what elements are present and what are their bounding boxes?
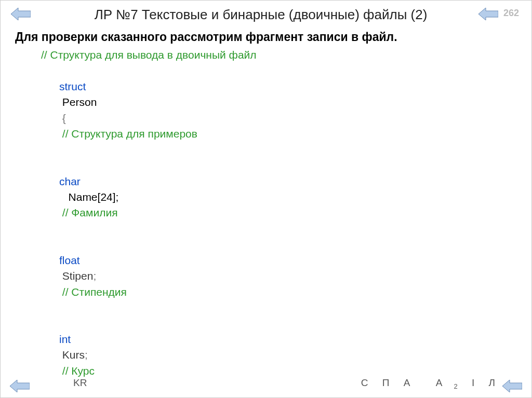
code-keyword: char xyxy=(59,175,81,187)
arrow-left-icon[interactable] xyxy=(11,8,31,20)
code-keyword: struct xyxy=(59,80,86,92)
footer-right: С П А А2 I Л xyxy=(350,377,495,390)
footer-link-c[interactable]: С xyxy=(361,377,368,388)
arrow-left-icon[interactable] xyxy=(478,8,498,20)
code-comment: // Фамилия xyxy=(62,207,118,218)
footer-link-a2[interactable]: А2 xyxy=(424,377,458,388)
code-ident: Stipen xyxy=(62,270,94,282)
page-title: ЛР №7 Текстовые и бинарные (двоичные) фа… xyxy=(11,7,521,23)
page-number: 262 xyxy=(503,8,519,19)
code-comment: // Структура для вывода в двоичный файл xyxy=(41,49,257,61)
code-comment: // Курс xyxy=(62,365,95,377)
code-block: // Структура для вывода в двоичный файл … xyxy=(11,47,521,398)
footer-nav: KR С П А А2 I Л xyxy=(73,377,495,390)
footer-link-a[interactable]: А xyxy=(404,377,410,388)
footer-link-p[interactable]: П xyxy=(382,377,390,388)
code-decl: Name[24]; xyxy=(69,191,119,203)
arrow-left-icon[interactable] xyxy=(10,380,30,392)
code-semi: ; xyxy=(93,270,96,282)
code-keyword: int xyxy=(59,333,71,345)
code-brace: { xyxy=(62,112,66,124)
intro-text: Для проверки сказанного рассмотрим фрагм… xyxy=(11,30,521,44)
code-ident: Person xyxy=(62,96,97,108)
code-keyword: float xyxy=(59,254,80,266)
code-comment: // Стипендия xyxy=(62,286,127,298)
code-brace: }; xyxy=(41,396,48,398)
slide-page: ЛР №7 Текстовые и бинарные (двоичные) фа… xyxy=(0,0,532,398)
arrow-left-icon[interactable] xyxy=(502,380,522,392)
footer-link-l[interactable]: Л xyxy=(489,377,495,388)
footer-kr[interactable]: KR xyxy=(73,377,87,390)
footer-link-i[interactable]: I xyxy=(472,377,474,388)
code-ident: Kurs xyxy=(62,349,85,361)
code-comment: // Структура для примеров xyxy=(62,128,197,140)
header-row: ЛР №7 Текстовые и бинарные (двоичные) фа… xyxy=(11,7,521,23)
code-semi: ; xyxy=(85,349,88,361)
